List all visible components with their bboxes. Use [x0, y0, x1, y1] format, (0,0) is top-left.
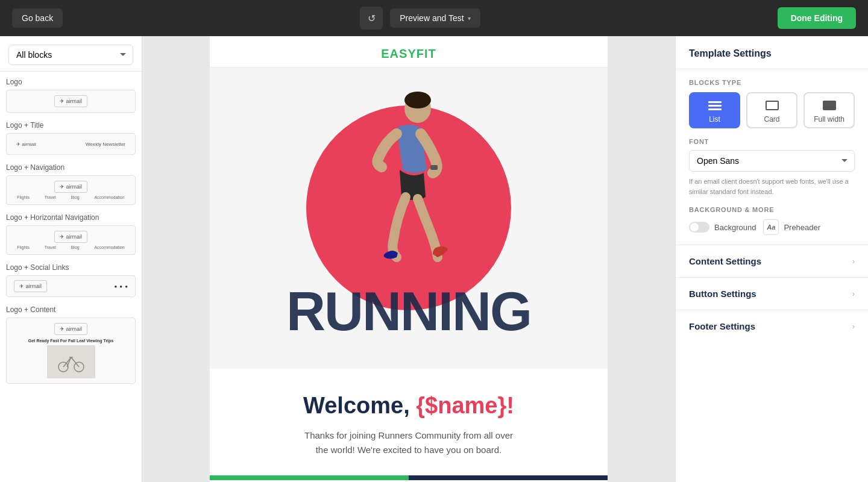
social-icon-2: ● [119, 284, 122, 289]
list-item: Logo ✈ airmail [6, 78, 136, 113]
block-type-card-button[interactable]: Card [746, 92, 797, 128]
mock-hnav: Flights Travel Blog Accommodation [11, 245, 130, 249]
list-type-label: List [709, 115, 720, 124]
mock-logo-3: ✈ airmail [54, 231, 87, 243]
accordion-button-header: Button Settings › [676, 278, 868, 310]
block-preview-logo-content[interactable]: ✈ airmail Get Ready Fast For Fall Leaf V… [6, 318, 136, 384]
welcome-line-1: Thanks for joining Runners Community fro… [304, 430, 513, 440]
button-settings-title: Button Settings [689, 289, 756, 299]
mock-content-text: Get Ready Fast For Fall Leaf Viewing Tri… [28, 339, 113, 343]
font-section: FONT Open Sans Arial Georgia Helvetica R… [676, 138, 868, 206]
topbar-right: Done Editing [778, 7, 856, 29]
svg-point-7 [404, 92, 431, 108]
mock-logo-4: ✈ airmail [14, 280, 47, 292]
mock-logo-5: ✈ airmail [54, 323, 87, 335]
content-settings-title: Content Settings [689, 256, 761, 266]
welcome-variable: {$name}! [416, 393, 514, 418]
list-line-1 [708, 101, 722, 103]
welcome-paragraph: Thanks for joining Runners Community fro… [258, 428, 559, 457]
right-sidebar-title: Template Settings [689, 48, 855, 59]
background-toggle[interactable]: Background [689, 222, 756, 233]
mock-logo: ✈ airmail [54, 95, 87, 107]
right-sidebar-header: Template Settings [676, 36, 868, 69]
block-preview-logo-title[interactable]: ✈ airmail Weekly Newsletter [6, 133, 136, 155]
block-preview-logo-social[interactable]: ✈ airmail ● ● ● [6, 275, 136, 297]
card-rect [766, 101, 779, 110]
mock-logo-icon: ✈ airmail [16, 142, 36, 147]
full-type-label: Full width [814, 115, 844, 124]
bottom-bar [210, 475, 608, 480]
font-select[interactable]: Open Sans Arial Georgia Helvetica Roboto… [689, 150, 855, 172]
accordion-footer-header: Footer Settings › [676, 310, 868, 342]
full-rect [823, 101, 836, 110]
preview-button[interactable]: Preview and Test ▾ [390, 8, 480, 28]
mock-logo-title: ✈ airmail Weekly Newsletter [11, 142, 130, 147]
main-layout: All blocks Headers Content Footer Logo ✈… [0, 36, 868, 482]
welcome-line-2: the world! We're excited to have you on … [316, 445, 502, 455]
nav-item-4: Accommodation [94, 195, 124, 199]
svg-rect-8 [430, 165, 438, 170]
blocks-type-row: List Card Full width [676, 92, 868, 138]
preview-label: Preview and Test [400, 13, 464, 23]
block-type-list-button[interactable]: List [689, 92, 740, 128]
bike-icon [56, 350, 86, 374]
list-item: Logo + Horizontal Navigation ✈ airmail F… [6, 213, 136, 255]
block-preview-logo[interactable]: ✈ airmail [6, 90, 136, 113]
welcome-text-prefix: Welcome, [303, 393, 416, 418]
preheader-toggle-label: Preheader [784, 223, 820, 232]
accordion-button-settings[interactable]: Button Settings › [676, 277, 868, 310]
hnav-item-1: Flights [17, 245, 30, 249]
accordion-content-header: Content Settings › [676, 245, 868, 277]
right-sidebar: Template Settings BLOCKS TYPE List Card [675, 36, 868, 482]
font-note: If an email client doesn't support web f… [689, 177, 855, 196]
social-icon-3: ● [125, 284, 128, 289]
blocks-list: Logo ✈ airmail Logo + Title ✈ airmail We… [0, 72, 142, 482]
preheader-toggle[interactable]: Aa Preheader [763, 219, 820, 235]
block-label-logo-title: Logo + Title [6, 121, 136, 130]
toggle-circle [689, 222, 709, 233]
topbar-center: ↺ Preview and Test ▾ [360, 7, 480, 30]
list-item: Logo + Social Links ✈ airmail ● ● ● [6, 263, 136, 297]
hnav-item-2: Travel [45, 245, 56, 249]
hnav-item-4: Accommodation [94, 245, 124, 249]
block-preview-logo-nav[interactable]: ✈ airmail Flights Travel Blog Accommodat… [6, 175, 136, 205]
social-icon-1: ● [114, 284, 117, 289]
list-line-2 [708, 105, 722, 107]
hero-runner [306, 80, 511, 308]
list-icon [706, 99, 723, 111]
history-button[interactable]: ↺ [360, 7, 383, 30]
nav-item-2: Travel [45, 195, 56, 199]
mock-title-text: Weekly Newsletter [86, 142, 125, 147]
content-chevron-icon: › [852, 257, 855, 266]
font-label: FONT [689, 138, 855, 145]
block-preview-logo-hnav[interactable]: ✈ airmail Flights Travel Blog Accommodat… [6, 225, 136, 255]
mock-content-image [47, 345, 95, 378]
accordion-content-settings[interactable]: Content Settings › [676, 245, 868, 277]
bg-more-section: BACKGROUND & MORE Background Aa Preheade… [676, 206, 868, 245]
mock-nav: Flights Travel Blog Accommodation [11, 195, 130, 199]
accordion-footer-settings[interactable]: Footer Settings › [676, 310, 868, 342]
block-label-logo-social: Logo + Social Links [6, 263, 136, 272]
go-back-button[interactable]: Go back [12, 8, 63, 28]
list-item: Logo + Navigation ✈ airmail Flights Trav… [6, 163, 136, 205]
list-item: Logo + Content ✈ airmail Get Ready Fast … [6, 305, 136, 384]
block-type-full-button[interactable]: Full width [804, 92, 855, 128]
block-label-logo: Logo [6, 78, 136, 86]
email-preview: EASYFIT [210, 36, 608, 482]
block-label-logo-nav: Logo + Navigation [6, 163, 136, 172]
button-chevron-icon: › [852, 290, 855, 298]
history-icon: ↺ [368, 13, 376, 24]
nav-item-3: Blog [71, 195, 80, 199]
bottom-bar-dark [409, 475, 608, 480]
blocks-filter-select[interactable]: All blocks Headers Content Footer [8, 45, 133, 65]
preview-chevron: ▾ [468, 15, 471, 22]
bg-more-row: Background Aa Preheader [689, 219, 855, 235]
bottom-bar-green [210, 475, 409, 480]
blocks-filter: All blocks Headers Content Footer [0, 36, 142, 72]
canvas-area: EASYFIT [142, 36, 675, 482]
bg-more-label: BACKGROUND & MORE [689, 206, 855, 213]
full-icon [821, 99, 838, 111]
topbar: Go back ↺ Preview and Test ▾ Done Editin… [0, 0, 868, 36]
done-editing-button[interactable]: Done Editing [778, 7, 856, 29]
blocks-type-label: BLOCKS TYPE [676, 69, 868, 92]
